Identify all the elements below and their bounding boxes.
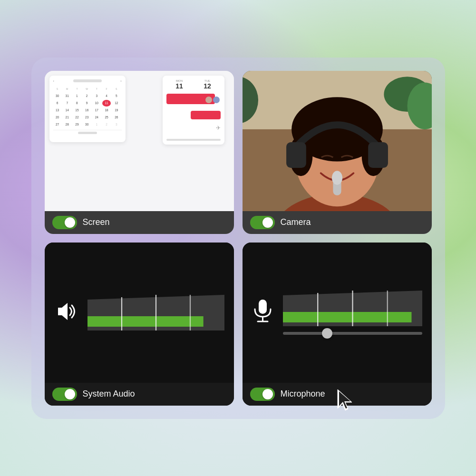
main-container: ‹ › S M T W T F S 3031 12 34: [31, 58, 445, 419]
screen-toggle[interactable]: [52, 216, 77, 229]
svg-marker-16: [58, 303, 68, 320]
screen-label: Screen: [83, 217, 110, 227]
svg-rect-22: [259, 300, 267, 314]
audio-toggle-knob: [65, 389, 75, 399]
camera-toggle-bar: Camera: [243, 211, 432, 234]
screen-toggle-bar: Screen: [45, 211, 234, 234]
svg-rect-12: [286, 142, 306, 167]
schedule-mock: MON 11 TUE 12: [163, 76, 224, 145]
speaker-icon: [54, 300, 78, 325]
svg-rect-18: [87, 316, 204, 327]
audio-panel: System Audio: [45, 243, 234, 406]
svg-point-15: [331, 171, 342, 185]
mic-level-meter: [283, 291, 422, 335]
screen-panel: ‹ › S M T W T F S 3031 12 34: [45, 71, 234, 234]
mic-label: Microphone: [281, 389, 325, 399]
camera-toggle-knob: [262, 217, 273, 228]
svg-rect-26: [283, 312, 411, 322]
audio-visualizer: [45, 243, 234, 383]
mic-toggle[interactable]: [250, 388, 275, 401]
outer-background: ‹ › S M T W T F S 3031 12 34: [0, 0, 476, 476]
audio-ramp-svg: [87, 295, 224, 330]
mic-ramp-svg: [283, 291, 422, 326]
audio-level-meter: [87, 295, 224, 330]
schedule-day1-num: 11: [166, 82, 193, 90]
screen-toggle-knob: [65, 217, 75, 228]
audio-toggle-bar: System Audio: [45, 383, 234, 406]
calendar-mock: ‹ › S M T W T F S 3031 12 34: [49, 76, 126, 142]
mic-panel: Microphone: [243, 243, 432, 406]
schedule-event-2: [191, 111, 221, 119]
mic-toggle-bar: Microphone: [243, 383, 432, 406]
schedule-day2-num: 12: [194, 82, 221, 90]
mic-slider-thumb[interactable]: [322, 328, 332, 339]
camera-panel: Camera: [243, 71, 432, 234]
screen-preview: ‹ › S M T W T F S 3031 12 34: [45, 71, 234, 211]
camera-person-svg: [243, 71, 432, 211]
svg-rect-13: [368, 142, 388, 167]
mic-visualizer: [243, 243, 432, 383]
audio-label: System Audio: [83, 389, 135, 399]
camera-label: Camera: [281, 217, 311, 227]
mic-toggle-knob: [262, 389, 273, 399]
camera-preview: [243, 71, 432, 211]
camera-toggle[interactable]: [250, 216, 275, 229]
audio-toggle[interactable]: [52, 388, 77, 401]
mic-icon: [252, 299, 273, 327]
